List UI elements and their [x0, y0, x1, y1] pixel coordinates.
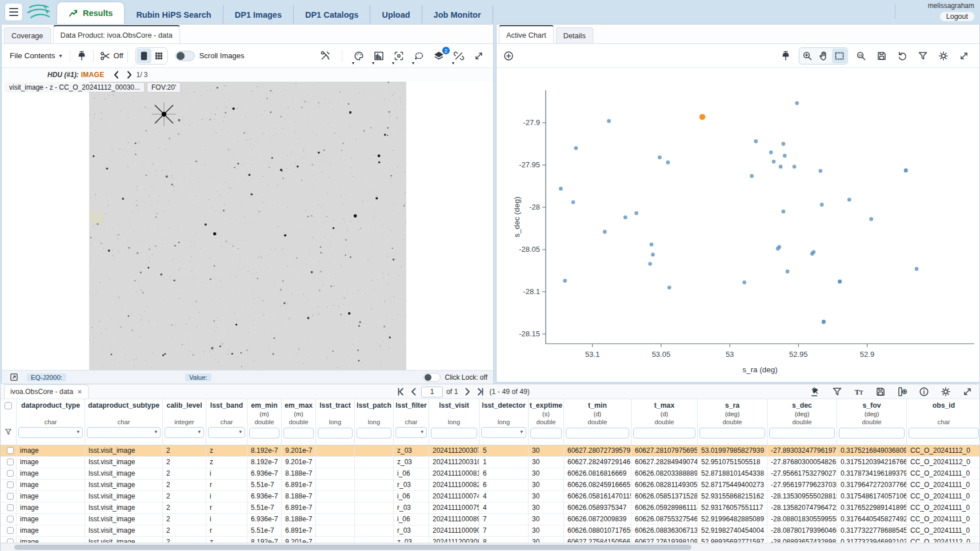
column-header-lsst_tract[interactable]: lsst_tract [316, 401, 354, 411]
zoom-reset-icon[interactable]: 1X [854, 49, 869, 63]
filter-row-icon[interactable] [2, 426, 14, 437]
column-header-em_min[interactable]: em_min [247, 401, 281, 411]
table-row[interactable]: imagelsst.visit_image2z8.192e-79.201e-7z… [1, 445, 979, 457]
column-header-lsst_patch[interactable]: lsst_patch [355, 401, 393, 411]
row-checkbox[interactable] [7, 447, 14, 454]
filter-input-s_dec[interactable] [769, 428, 835, 439]
chart-point[interactable] [820, 203, 824, 207]
tools-icon[interactable] [318, 49, 333, 63]
page-prev-icon[interactable] [408, 386, 419, 397]
chart-point[interactable] [750, 174, 754, 178]
scrollbar-thumb[interactable] [14, 545, 691, 550]
chart-point[interactable] [634, 211, 638, 215]
filter-input-em_max[interactable] [283, 428, 314, 439]
row-checkbox[interactable] [7, 527, 14, 534]
click-lock-toggle[interactable]: Click Lock: off [423, 373, 487, 382]
filter-input-t_min[interactable] [566, 428, 629, 439]
column-header-dataproduct_type[interactable]: dataproduct_type [17, 401, 85, 411]
chart-point[interactable] [847, 198, 851, 202]
pan-icon[interactable] [816, 49, 831, 63]
pin-icon[interactable] [74, 49, 89, 63]
row-checkbox[interactable] [7, 470, 14, 477]
chart-point-selected[interactable] [699, 114, 705, 120]
open-viewer-icon[interactable] [7, 372, 20, 383]
settings-icon[interactable] [938, 384, 953, 399]
tab-data-product[interactable]: Data Product: ivoa.ObsCore - data [53, 25, 180, 43]
page-next-icon[interactable] [462, 386, 473, 397]
row-checkbox[interactable] [7, 516, 14, 522]
scroll-images-toggle[interactable]: Scroll Images [175, 51, 245, 61]
column-header-calib_level[interactable]: calib_level [163, 401, 206, 411]
row-checkbox[interactable] [7, 481, 14, 488]
filter-select-lsst_band[interactable]: ▾ [208, 427, 245, 438]
info-icon[interactable] [917, 384, 931, 399]
chart-point[interactable] [571, 200, 575, 204]
table-row[interactable]: imagelsst.visit_image2i6.936e-78.188e-7i… [1, 468, 979, 480]
tab-job-monitor[interactable]: Job Monitor [422, 5, 493, 24]
chart-point[interactable] [783, 154, 787, 158]
chart-point[interactable] [782, 210, 786, 214]
chart-point[interactable] [667, 285, 671, 289]
layers-icon[interactable]: 2 [431, 49, 446, 63]
column-header-s_fov[interactable]: s_fov [837, 401, 906, 411]
hdu-prev-icon[interactable] [110, 69, 123, 81]
center-image-icon[interactable] [391, 49, 406, 63]
view-grid-icon[interactable] [151, 49, 166, 63]
restore-icon[interactable] [895, 49, 910, 63]
filter-select-lsst_detector[interactable]: ▾ [481, 427, 526, 438]
column-header-t_min[interactable]: t_min [564, 401, 631, 411]
tab-dp1-catalogs[interactable]: DP1 Catalogs [294, 5, 370, 24]
close-icon[interactable]: ✕ [77, 388, 82, 395]
table-row[interactable]: imagelsst.visit_image2z8.192e-79.201e-7z… [1, 457, 979, 468]
expand-icon[interactable] [957, 49, 971, 63]
chart-point[interactable] [648, 262, 652, 266]
image-title-chip[interactable]: visit_image - z - CC_O_20241112_00030... [5, 83, 144, 92]
unlink-icon[interactable] [451, 49, 466, 63]
chart-point[interactable] [651, 253, 655, 257]
scatter-chart[interactable]: 53.153.055352.9552.9-27.9-27.95-28-28.05… [497, 68, 979, 382]
filter-input-t_max[interactable] [633, 428, 695, 439]
chart-point[interactable] [754, 139, 758, 143]
chart-point[interactable] [782, 142, 786, 146]
chart-point[interactable] [574, 146, 578, 150]
table-row[interactable]: imagelsst.visit_image2i6.936e-78.188e-7i… [1, 514, 979, 525]
chart-point[interactable] [769, 150, 773, 154]
histogram-icon[interactable] [371, 49, 386, 63]
chart-point[interactable] [559, 187, 563, 191]
table-row[interactable]: imagelsst.visit_image2r5.51e-76.891e-7r_… [1, 525, 979, 537]
row-checkbox[interactable] [7, 504, 14, 511]
box-select-icon[interactable] [832, 49, 847, 63]
chart-point[interactable] [772, 160, 776, 164]
pin-icon[interactable] [778, 49, 793, 63]
view-single-icon[interactable] [137, 49, 151, 63]
filter-icon[interactable] [830, 384, 845, 399]
tab-rubin-hips-search[interactable]: Rubin HiPS Search [125, 5, 223, 24]
page-last-icon[interactable] [475, 386, 486, 397]
expand-icon[interactable] [471, 49, 486, 63]
chart-point[interactable] [904, 168, 908, 172]
table-tab[interactable]: ivoa.ObsCore - data ✕ [4, 384, 89, 399]
select-all-checkbox[interactable] [5, 402, 12, 409]
text-view-icon[interactable]: TT [851, 384, 866, 399]
zoom-in-icon[interactable] [800, 49, 815, 63]
chart-point[interactable] [650, 243, 654, 247]
table-row[interactable]: imagelsst.visit_image2r5.51e-76.891e-7r_… [1, 480, 979, 491]
page-first-icon[interactable] [395, 386, 406, 397]
column-header-t_max[interactable]: t_max [631, 401, 697, 411]
column-header-lsst_visit[interactable]: lsst_visit [429, 401, 479, 411]
filter-input-t_exptime[interactable] [530, 428, 562, 439]
add-chart-icon[interactable] [501, 49, 516, 63]
chart-point[interactable] [779, 165, 783, 169]
chart-point[interactable] [915, 267, 919, 271]
chart-point[interactable] [607, 119, 611, 123]
horizontal-scrollbar[interactable] [1, 543, 979, 551]
filter-select-dataproduct_subtype[interactable]: ▾ [87, 427, 161, 438]
chart-point[interactable] [623, 215, 627, 219]
table-row[interactable]: imagelsst.visit_image2i6.936e-78.188e-7i… [1, 491, 979, 502]
chart-point[interactable] [793, 165, 797, 169]
filter-input-em_min[interactable] [249, 428, 279, 439]
fits-image[interactable] [89, 82, 406, 370]
add-column-icon[interactable] [895, 384, 910, 399]
table-row[interactable]: imagelsst.visit_image2r5.51e-76.891e-7r_… [1, 502, 979, 514]
select-region-icon[interactable] [411, 49, 426, 63]
